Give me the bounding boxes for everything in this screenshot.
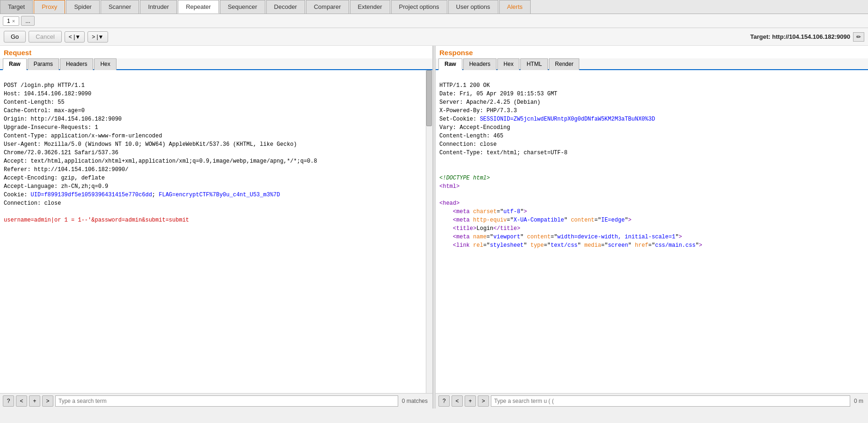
tab-proxy[interactable]: Proxy	[34, 0, 65, 14]
tab-close-icon[interactable]: ×	[12, 18, 15, 24]
response-content-area: HTTP/1.1 200 OK Date: Fri, 05 Apr 2019 0…	[436, 70, 868, 393]
request-text[interactable]: POST /login.php HTTP/1.1 Host: 104.154.1…	[0, 70, 426, 393]
main-content: Request Raw Params Headers Hex POST /log…	[0, 46, 868, 409]
tab-decoder[interactable]: Decoder	[266, 0, 305, 14]
tab-intruder[interactable]: Intruder	[140, 0, 177, 14]
nav-back-button[interactable]: < |▼	[65, 31, 85, 43]
tab-scanner[interactable]: Scanner	[101, 0, 139, 14]
resp-line-8: Connection: close	[439, 141, 496, 148]
resp-title: <title>Login</title>	[439, 225, 520, 232]
request-matches: 0 matches	[400, 398, 430, 404]
response-search-prev[interactable]: <	[452, 395, 463, 407]
response-search-add[interactable]: +	[465, 395, 476, 407]
req-line-3: Content-Length: 55	[4, 99, 65, 106]
req-line-8: User-Agent: Mozilla/5.0 (Windows NT 10.0…	[4, 141, 297, 148]
resp-head: <head>	[439, 200, 460, 207]
request-tab-params[interactable]: Params	[28, 58, 59, 70]
resp-html: <html>	[439, 183, 460, 190]
request-content-area: POST /login.php HTTP/1.1 Host: 104.154.1…	[0, 70, 432, 393]
request-title: Request	[0, 46, 432, 58]
req-line-14: Connection: close	[4, 200, 61, 207]
resp-link: <link rel="stylesheet" type="text/css" m…	[439, 242, 702, 249]
req-payload: username=admin|or 1 = 1--'&password=admi…	[4, 217, 189, 223]
tab-extender[interactable]: Extender	[350, 0, 390, 14]
tab-add-dots[interactable]: ...	[21, 16, 35, 26]
request-search-next[interactable]: >	[42, 395, 53, 407]
cancel-button[interactable]: Cancel	[29, 31, 61, 43]
tab-sequencer[interactable]: Sequencer	[220, 0, 265, 14]
request-search-bar: ? < + > 0 matches	[0, 393, 432, 409]
resp-line-6: Vary: Accept-Encoding	[439, 124, 510, 131]
resp-line-2: Date: Fri, 05 Apr 2019 01:15:53 GMT	[439, 91, 557, 97]
response-search-next[interactable]: >	[478, 395, 489, 407]
req-line-5: Origin: http://104.154.106.182:9090	[4, 116, 122, 122]
req-line-12: Accept-Encoding: gzip, deflate	[4, 175, 105, 181]
req-line-1: POST /login.php HTTP/1.1	[4, 82, 85, 89]
repeater-tab-bar: 1 × ...	[0, 14, 868, 28]
req-line-9: Chrome/72.0.3626.121 Safari/537.36	[4, 150, 118, 156]
resp-meta3: <meta name="viewport" content="width=dev…	[439, 234, 682, 240]
response-text[interactable]: HTTP/1.1 200 OK Date: Fri, 05 Apr 2019 0…	[436, 70, 868, 393]
resp-line-5: Set-Cookie: SESSIONID=ZW5jcnlwdENURntpX0…	[439, 116, 655, 122]
req-line-cookie: Cookie: UID=f899139df5e1059396431415e770…	[4, 192, 280, 198]
nav-fwd-label: > |▼	[92, 34, 103, 40]
response-tab-hex[interactable]: Hex	[497, 58, 519, 70]
tab-project-options[interactable]: Project options	[391, 0, 447, 14]
tab-repeater[interactable]: Repeater	[178, 0, 219, 14]
resp-line-4: X-Powered-By: PHP/7.3.3	[439, 108, 517, 114]
request-search-prev[interactable]: <	[16, 395, 27, 407]
repeater-tab-1[interactable]: 1 ×	[3, 16, 19, 26]
resp-meta1: <meta charset="utf-8">	[439, 208, 527, 215]
request-tab-hex[interactable]: Hex	[94, 58, 116, 70]
req-line-4: Cache-Control: max-age=0	[4, 108, 85, 114]
target-info: Target: http://104.154.106.182:9090	[750, 33, 850, 40]
response-matches: 0 m	[852, 398, 865, 404]
response-tab-render[interactable]: Render	[549, 58, 579, 70]
go-button[interactable]: Go	[4, 31, 26, 43]
response-search-input[interactable]	[491, 395, 850, 407]
resp-meta2: <meta http-equiv="X-UA-Compatible" conte…	[439, 217, 632, 223]
tab-user-options[interactable]: User options	[448, 0, 498, 14]
tab-target[interactable]: Target	[0, 0, 33, 14]
response-tab-raw[interactable]: Raw	[438, 58, 462, 70]
response-panel: Response Raw Headers Hex HTML Render HTT…	[436, 46, 868, 409]
req-line-7: Content-Type: application/x-www-form-url…	[4, 133, 162, 139]
request-panel: Request Raw Params Headers Hex POST /log…	[0, 46, 433, 409]
resp-line-7: Content-Length: 465	[439, 133, 503, 139]
response-search-help[interactable]: ?	[438, 395, 450, 407]
request-tab-headers[interactable]: Headers	[60, 58, 93, 70]
response-sub-tabs: Raw Headers Hex HTML Render	[436, 58, 868, 70]
nav-back-label: < |▼	[69, 34, 80, 40]
target-edit-button[interactable]: ✏	[853, 32, 864, 42]
response-search-bar: ? < + > 0 m	[436, 393, 868, 409]
repeater-toolbar: Go Cancel < |▼ > |▼ Target: http://104.1…	[0, 28, 868, 46]
request-tab-raw[interactable]: Raw	[3, 58, 27, 70]
req-line-2: Host: 104.154.106.182:9090	[4, 91, 91, 97]
resp-line-1: HTTP/1.1 200 OK	[439, 82, 490, 89]
response-tab-headers[interactable]: Headers	[463, 58, 496, 70]
request-scrollbar[interactable]	[426, 70, 432, 393]
resp-line-3: Server: Apache/2.4.25 (Debian)	[439, 99, 540, 106]
request-search-help[interactable]: ?	[3, 395, 14, 407]
req-line-10: Accept: text/html,application/xhtml+xml,…	[4, 158, 317, 165]
tab-comparer[interactable]: Comparer	[306, 0, 349, 14]
request-search-add[interactable]: +	[29, 395, 40, 407]
response-tab-html[interactable]: HTML	[520, 58, 548, 70]
tab-spider[interactable]: Spider	[66, 0, 100, 14]
req-line-6: Upgrade-Insecure-Requests: 1	[4, 124, 98, 131]
request-sub-tabs: Raw Params Headers Hex	[0, 58, 432, 70]
request-search-input[interactable]	[55, 395, 398, 407]
tab-alerts[interactable]: Alerts	[499, 0, 531, 14]
response-title: Response	[436, 46, 868, 58]
menu-bar: Target Proxy Spider Scanner Intruder Rep…	[0, 0, 868, 14]
req-line-11: Referer: http://104.154.106.182:9090/	[4, 166, 128, 173]
req-line-13: Accept-Language: zh-CN,zh;q=0.9	[4, 183, 108, 190]
tab-label: 1	[7, 18, 10, 24]
resp-line-9: Content-Type: text/html; charset=UTF-8	[439, 150, 568, 156]
request-scrollbar-thumb[interactable]	[426, 70, 432, 126]
nav-fwd-button[interactable]: > |▼	[88, 31, 108, 43]
resp-doctype: <!DOCTYPE html>	[439, 175, 490, 181]
